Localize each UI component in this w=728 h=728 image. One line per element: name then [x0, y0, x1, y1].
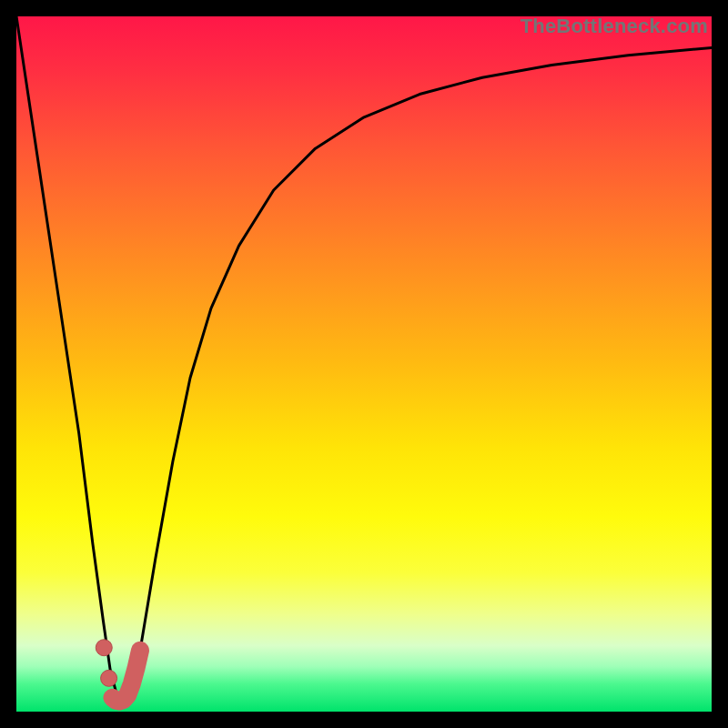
bottleneck-chart: [16, 16, 712, 712]
marker-dot: [96, 640, 112, 656]
chart-frame: TheBottleneck.com: [16, 16, 712, 712]
gradient-background: [16, 16, 712, 712]
marker-dot: [101, 670, 117, 686]
watermark-text: TheBottleneck.com: [521, 15, 708, 38]
